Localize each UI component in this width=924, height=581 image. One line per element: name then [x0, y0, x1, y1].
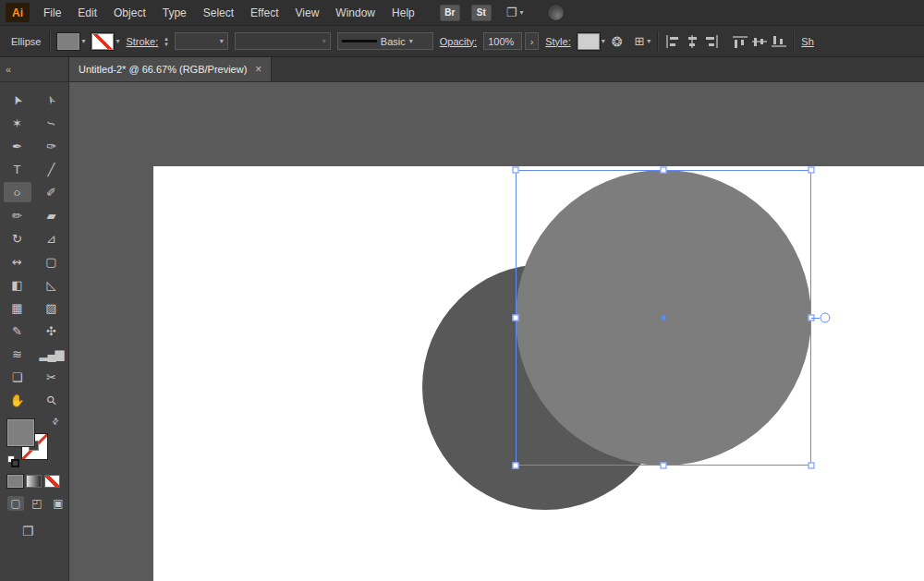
direct-selection-tool[interactable]: ➣	[38, 90, 66, 110]
type-tool[interactable]: T	[4, 159, 31, 179]
selection-handle[interactable]	[513, 167, 519, 174]
lasso-icon: ∽	[44, 115, 58, 131]
shape-label-cutoff[interactable]: Sh	[801, 36, 813, 47]
horizontal-align-left-button[interactable]	[665, 35, 680, 48]
opacity-input[interactable]: 100%	[483, 32, 522, 50]
zoom-tool[interactable]: ⚲	[38, 390, 66, 410]
stroke-weight-stepper[interactable]: ▴ ▾	[164, 36, 168, 47]
brush-definition-select[interactable]: Basic ▾	[337, 32, 433, 50]
rotate-widget[interactable]	[821, 313, 831, 323]
workspace-switcher[interactable]: ❐ ▾	[506, 6, 524, 19]
graphic-style-swatch	[578, 33, 600, 50]
separator	[49, 31, 51, 52]
menu-item-type[interactable]: Type	[154, 0, 195, 26]
slice-tool[interactable]: ✂	[38, 367, 66, 387]
rotate-widget-connector	[811, 318, 820, 319]
scale-tool[interactable]: ⊿	[38, 228, 66, 248]
menu-item-view[interactable]: View	[287, 0, 328, 26]
menu-item-object[interactable]: Object	[105, 0, 154, 26]
line-segment-tool[interactable]: ╱	[38, 159, 66, 179]
gradient-tool[interactable]: ▨	[38, 297, 66, 318]
shape-builder-tool[interactable]: ◧	[4, 274, 31, 295]
style-panel-link[interactable]: Style:	[545, 36, 571, 47]
menu-item-help[interactable]: Help	[383, 0, 423, 26]
selection-handle[interactable]	[661, 463, 667, 469]
width-profile-select[interactable]: ▾	[235, 32, 331, 50]
vertical-align-top-button[interactable]	[733, 35, 748, 48]
width-icon: ↭	[12, 255, 22, 269]
chevron-down-icon: ▾	[116, 37, 119, 45]
menu-item-edit[interactable]: Edit	[69, 0, 105, 26]
stroke-panel-link[interactable]: Stroke:	[126, 36, 158, 47]
perspective-grid-tool[interactable]: ◺	[38, 274, 66, 295]
recolor-artwork-button[interactable]: ❂	[612, 34, 623, 49]
pen-icon: ✒	[12, 139, 22, 153]
fill-swatch-large[interactable]	[7, 419, 34, 446]
align-to-dropdown[interactable]: ⊞ ▾	[634, 34, 650, 48]
default-fill-stroke-icon[interactable]	[7, 455, 19, 466]
pencil-icon: ✏	[12, 209, 22, 223]
selection-handle[interactable]	[661, 167, 667, 174]
pen-tool[interactable]: ✒	[4, 136, 31, 156]
fill-color-dropdown[interactable]: ▾	[57, 33, 85, 50]
color-button[interactable]	[7, 475, 23, 488]
fill-swatch	[57, 33, 79, 50]
stroke-color-dropdown[interactable]: ▾	[91, 33, 119, 50]
magic-wand-tool[interactable]: ✶	[4, 113, 31, 133]
ellipse-tool[interactable]: ○	[4, 182, 31, 202]
selection-handle[interactable]	[808, 167, 815, 174]
opacity-options-button[interactable]: ›	[525, 32, 539, 50]
vertical-align-bottom-button[interactable]	[772, 35, 786, 48]
blend-tool[interactable]: ✣	[38, 321, 66, 341]
curvature-tool[interactable]: ✑	[38, 136, 66, 156]
draw-inside-button[interactable]: ▣	[50, 496, 67, 511]
stepper-down-icon[interactable]: ▾	[164, 42, 168, 47]
menu-item-file[interactable]: File	[35, 0, 69, 26]
menu-items: FileEditObjectTypeSelectEffectViewWindow…	[35, 0, 423, 26]
draw-behind-button[interactable]: ◰	[29, 496, 45, 511]
draw-normal-button[interactable]: ▢	[7, 496, 24, 511]
rotate-tool[interactable]: ↻	[4, 228, 31, 248]
close-tab-icon[interactable]: ×	[255, 63, 261, 76]
document-tab[interactable]: Untitled-2* @ 66.67% (RGB/Preview) ×	[69, 57, 272, 81]
screen-mode-button[interactable]: ❐	[22, 524, 34, 539]
gpu-performance-icon[interactable]	[547, 4, 565, 21]
opacity-panel-link[interactable]: Opacity:	[440, 36, 477, 47]
menu-item-window[interactable]: Window	[327, 0, 383, 26]
none-button[interactable]	[44, 475, 60, 488]
stock-button[interactable]: St	[471, 5, 492, 21]
lasso-tool[interactable]: ∽	[38, 113, 66, 133]
menu-item-select[interactable]: Select	[195, 0, 242, 26]
symbol-sprayer-tool[interactable]: ≋	[4, 344, 31, 364]
tools-panel: ➤➣✶∽✒✑T╱○✐✏▰↻⊿↭▢◧◺▦▨✎✣≋▂▄▆❏✂✋⚲ ⇄ ▢ ◰ ▣ ❐	[0, 82, 69, 581]
collapse-tools-button[interactable]: «	[6, 65, 11, 75]
eyedropper-tool[interactable]: ✎	[4, 321, 31, 341]
stroke-weight-select[interactable]: ▾	[175, 32, 228, 50]
width-tool[interactable]: ↭	[4, 251, 31, 272]
menu-item-effect[interactable]: Effect	[242, 0, 286, 26]
free-transform-tool[interactable]: ▢	[38, 251, 66, 272]
brush-definition-value: Basic	[381, 36, 406, 47]
bridge-button[interactable]: Br	[440, 5, 460, 21]
canvas-area[interactable]	[69, 82, 924, 581]
selection-handle[interactable]	[808, 463, 815, 469]
mesh-tool[interactable]: ▦	[4, 297, 31, 318]
eyedropper-icon: ✎	[12, 324, 22, 338]
artboard-tool[interactable]: ❏	[4, 367, 31, 387]
pencil-tool[interactable]: ✏	[4, 205, 31, 225]
selection-handle[interactable]	[513, 463, 519, 469]
gradient-button[interactable]	[26, 475, 42, 488]
vertical-align-center-button[interactable]	[752, 35, 767, 48]
eraser-tool[interactable]: ▰	[38, 205, 66, 225]
horizontal-align-center-button[interactable]	[685, 35, 699, 48]
graphic-style-dropdown[interactable]: ▾	[578, 33, 605, 50]
selection-handle[interactable]	[513, 315, 519, 321]
swap-fill-stroke-icon[interactable]: ⇄	[50, 416, 61, 427]
hand-tool[interactable]: ✋	[4, 390, 31, 410]
fill-stroke-widget: ⇄	[7, 419, 59, 464]
column-graph-tool[interactable]: ▂▄▆	[38, 344, 66, 364]
paintbrush-tool[interactable]: ✐	[38, 182, 66, 202]
horizontal-align-right-button[interactable]	[704, 35, 719, 48]
selection-tool[interactable]: ➤	[4, 90, 31, 110]
type-icon: T	[14, 163, 21, 176]
